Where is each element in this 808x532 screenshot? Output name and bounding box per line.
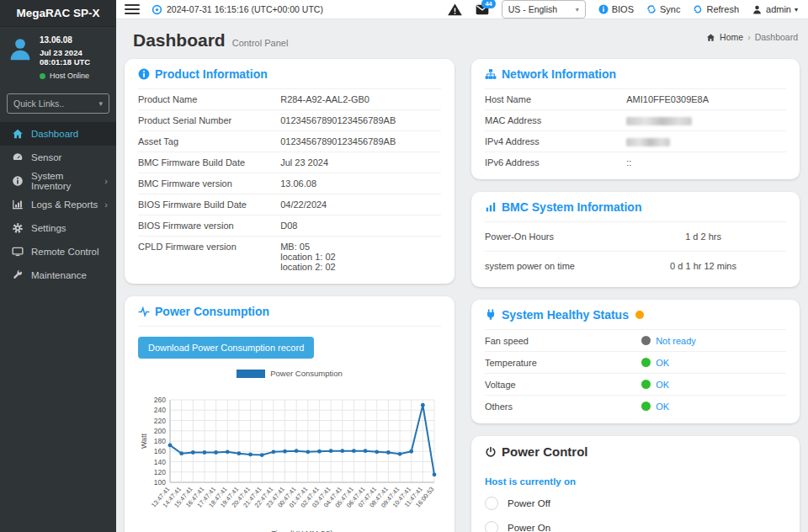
- network-information-title: Network Information: [485, 67, 786, 89]
- table-row: BMC Firmware version13.06.08: [138, 173, 441, 194]
- topbar-datetime: 2024-07-31 16:15:16 (UTC+00:00 UTC): [167, 4, 323, 14]
- host-online-dot: [40, 73, 45, 79]
- row-value: 04/22/2024: [280, 200, 441, 210]
- svg-text:160: 160: [154, 447, 166, 455]
- sidebar-item-label: Dashboard: [31, 129, 78, 139]
- row-label: Host Name: [485, 94, 626, 104]
- chevron-down-icon: ▾: [576, 6, 579, 13]
- status-link[interactable]: Not ready: [641, 336, 696, 346]
- status-dot-green: [641, 402, 651, 411]
- table-row: TemperatureOK: [485, 352, 786, 374]
- info-circle-icon: [598, 4, 609, 14]
- sidebar-item-maintenance[interactable]: Maintenance: [0, 263, 116, 287]
- sidebar-item-remote-control[interactable]: Remote Control: [0, 240, 116, 263]
- radio-option-power-on[interactable]: Power On: [485, 514, 786, 532]
- row-label: CPLD Firmware version: [138, 242, 280, 272]
- refresh-button[interactable]: Refresh: [693, 4, 739, 14]
- table-row: BMC Firmware Build DateJul 23 2024: [138, 152, 441, 173]
- svg-text:260: 260: [154, 396, 166, 404]
- row-value: 1 d 2 hrs: [620, 231, 786, 242]
- row-label: system power on time: [485, 261, 620, 271]
- bar-chart-icon: [11, 198, 24, 210]
- gear-icon: [11, 221, 24, 234]
- row-label: Product Serial Number: [138, 115, 280, 125]
- row-value: R284-A92-AAL2-GB0: [280, 94, 441, 104]
- radio-button[interactable]: [485, 521, 498, 532]
- radio-option-power-off[interactable]: Power Off: [485, 490, 786, 514]
- row-value: 0 d 1 hr 12 mins: [620, 261, 786, 271]
- row-label: MAC Address: [485, 115, 626, 125]
- wrench-icon: [11, 269, 24, 281]
- topbar: 2024-07-31 16:15:16 (UTC+00:00 UTC) 44 U…: [116, 0, 808, 19]
- user-menu[interactable]: admin ▾: [752, 4, 798, 15]
- avatar: [7, 35, 34, 62]
- row-value: MB: 05 location 1: 02 location 2: 02: [280, 242, 441, 272]
- row-value: [626, 136, 786, 146]
- status-link[interactable]: OK: [641, 380, 669, 390]
- host-power-status-text: Host is currently on: [485, 476, 786, 487]
- host-status-label: Host Online: [50, 72, 89, 81]
- power-control-title: Power Control: [485, 444, 786, 466]
- table-row: Product NameR284-A92-AAL2-GB0: [138, 89, 441, 110]
- language-select[interactable]: US - English ▾: [502, 0, 586, 19]
- sidebar-item-logs-reports[interactable]: Logs & Reports›: [0, 193, 116, 216]
- status-link[interactable]: OK: [641, 402, 669, 412]
- home-icon: [11, 127, 24, 140]
- table-row: IPv6 Address::: [485, 152, 786, 173]
- table-row: OthersOK: [485, 396, 786, 417]
- quick-links-dropdown[interactable]: Quick Links.. ▾: [7, 93, 109, 114]
- radio-label: Power On: [508, 523, 550, 532]
- svg-text:100: 100: [154, 478, 166, 487]
- row-value: ::: [626, 157, 786, 168]
- chevron-down-icon: ▾: [98, 99, 103, 108]
- legend-label: Power Consumption: [270, 369, 343, 378]
- mail-icon[interactable]: 44: [476, 4, 489, 15]
- monitor-icon: [11, 245, 24, 258]
- firmware-datetime: Jul 23 2024 08:01:18 UTC: [40, 48, 111, 68]
- user-profile: 13.06.08 Jul 23 2024 08:01:18 UTC Host O…: [0, 27, 116, 88]
- chart-legend: Power Consumption: [138, 369, 441, 378]
- system-healthy-status-card: System Healthy Status Fan speedNot ready…: [471, 300, 800, 423]
- info-circle-icon: [11, 174, 24, 187]
- hamburger-menu-icon[interactable]: [125, 4, 140, 14]
- page-title: Dashboard: [133, 30, 226, 51]
- svg-text:240: 240: [154, 406, 166, 414]
- status-dot-gray: [641, 336, 651, 345]
- warning-icon[interactable]: [447, 2, 463, 18]
- bmc-system-information-title: BMC System Information: [485, 200, 786, 222]
- breadcrumb-home[interactable]: Home: [720, 32, 743, 42]
- sidebar-item-label: Settings: [31, 223, 66, 233]
- table-row: MAC Address: [485, 110, 786, 131]
- sidebar-item-system-inventory[interactable]: System Inventory›: [0, 169, 116, 193]
- row-label: Asset Tag: [138, 136, 280, 146]
- sidebar-item-label: Sensor: [31, 152, 61, 162]
- table-row: BIOS Firmware versionD08: [138, 215, 441, 237]
- table-row: IPv4 Address: [485, 131, 786, 152]
- sidebar-item-sensor[interactable]: Sensor: [0, 146, 116, 169]
- sync-label: Sync: [660, 4, 680, 14]
- svg-text:Watt: Watt: [140, 433, 148, 449]
- chevron-right-icon: ›: [104, 176, 108, 186]
- radio-button[interactable]: [485, 497, 498, 510]
- sidebar-item-dashboard[interactable]: Dashboard: [0, 122, 116, 146]
- product-information-title: Product Information: [138, 67, 441, 89]
- sidebar-item-label: Logs & Reports: [31, 200, 98, 210]
- row-label: BMC Firmware Build Date: [138, 157, 280, 168]
- breadcrumb-separator: ›: [747, 32, 751, 42]
- row-value: 13.06.08: [280, 178, 441, 189]
- svg-text:120: 120: [154, 468, 166, 476]
- bios-label: BIOS: [612, 4, 634, 14]
- clock-icon: [152, 4, 162, 15]
- bios-button[interactable]: BIOS: [598, 4, 634, 14]
- sync-button[interactable]: Sync: [646, 4, 680, 14]
- dashboard-content: Product Information Product NameR284-A92…: [116, 59, 808, 532]
- status-link[interactable]: OK: [641, 358, 669, 368]
- home-icon: [706, 33, 715, 42]
- sidebar-item-settings[interactable]: Settings: [0, 216, 116, 240]
- table-row: Fan speedNot ready: [485, 330, 786, 352]
- row-label: Power-On Hours: [485, 231, 620, 242]
- svg-text:140: 140: [154, 458, 166, 466]
- download-power-record-button[interactable]: Download Power Consumption record: [138, 337, 314, 359]
- redacted-value: [626, 138, 670, 146]
- status-text: OK: [656, 402, 669, 412]
